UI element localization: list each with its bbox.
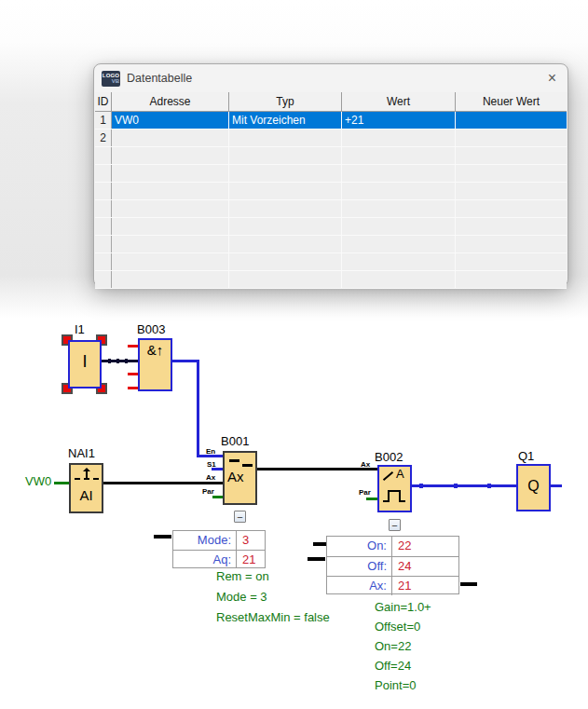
cell-id[interactable]: 2 — [95, 130, 112, 146]
stub-par-b001 — [212, 496, 223, 498]
cell[interactable] — [456, 218, 567, 235]
cell-id[interactable] — [95, 183, 112, 199]
block-i1[interactable]: I — [68, 340, 102, 389]
cell[interactable] — [342, 165, 456, 182]
cell[interactable] — [229, 165, 342, 182]
cell[interactable] — [456, 200, 567, 217]
cell-id[interactable] — [95, 236, 112, 252]
column-header-id[interactable]: ID — [95, 92, 112, 111]
param-connector — [313, 542, 327, 546]
cell[interactable] — [342, 200, 456, 217]
cell[interactable] — [229, 218, 342, 235]
pin-ax: Ax — [206, 473, 215, 482]
column-header-adresse[interactable]: Adresse — [112, 92, 229, 111]
cell[interactable] — [456, 165, 567, 182]
wire-tick — [487, 484, 491, 488]
param-connector — [308, 557, 325, 561]
block-label-i1: I1 — [75, 322, 85, 336]
cell[interactable] — [112, 200, 229, 217]
table-row-empty — [95, 165, 567, 183]
wire-b003-out-h — [172, 360, 198, 362]
cell[interactable] — [342, 183, 456, 199]
cell[interactable] — [342, 218, 456, 235]
cell-id[interactable] — [95, 253, 112, 270]
cell-adresse[interactable]: VW0 — [112, 112, 229, 129]
cell[interactable] — [112, 183, 229, 199]
column-header-wert[interactable]: Wert — [342, 92, 456, 111]
stub-red-1 — [128, 345, 138, 348]
b001-note: Rem = on — [216, 569, 269, 583]
block-b003[interactable]: &↑ — [138, 338, 172, 391]
cell-wert[interactable] — [342, 130, 456, 146]
block-b001[interactable]: Ax — [223, 451, 257, 505]
block-q1[interactable]: Q — [516, 464, 551, 511]
stub-red-2 — [128, 373, 138, 375]
table-row-2: 2 — [95, 130, 567, 147]
collapse-button-b002[interactable]: − — [389, 519, 401, 531]
block-label-q1: Q1 — [518, 449, 534, 463]
table-row-1: 1 VW0 Mit Vorzeichen +21 — [95, 112, 567, 130]
cell-wert[interactable]: +21 — [342, 112, 456, 129]
window-title: Datentabelle — [127, 72, 192, 85]
block-label-nai1: NAI1 — [68, 446, 95, 460]
cell-id[interactable] — [95, 147, 112, 164]
table-row-empty — [95, 253, 567, 271]
app-logo-icon: LOGO VB — [102, 71, 120, 87]
block-nai1[interactable]: AI — [69, 463, 103, 513]
table-row-empty — [95, 271, 567, 289]
b002-note: Gain=1.0+ — [375, 600, 431, 614]
param-value: 21 — [392, 577, 411, 595]
cell[interactable] — [342, 236, 456, 252]
column-header-neuer-wert[interactable]: Neuer Wert — [456, 92, 567, 111]
cell[interactable] — [112, 165, 229, 182]
b002-note: Offset=0 — [375, 620, 420, 634]
cell[interactable] — [112, 147, 229, 164]
b002-symbol: A — [396, 467, 404, 481]
collapse-button-b001[interactable]: − — [234, 511, 246, 523]
cell[interactable] — [229, 200, 342, 217]
cell-id[interactable] — [95, 165, 112, 182]
cell[interactable] — [112, 253, 229, 270]
cell[interactable] — [456, 271, 567, 288]
cell-id[interactable] — [95, 218, 112, 235]
pin-s1: S1 — [207, 460, 216, 469]
cell-neuer-wert[interactable] — [456, 130, 567, 146]
table-row-empty — [95, 236, 567, 253]
cell[interactable] — [456, 183, 567, 199]
cell-typ[interactable]: Mit Vorzeichen — [229, 112, 342, 129]
cell[interactable] — [112, 236, 229, 252]
wire-b002-q1 — [412, 484, 516, 487]
cell[interactable] — [456, 236, 567, 252]
cell-id[interactable]: 1 — [95, 112, 112, 129]
cell[interactable] — [229, 253, 342, 270]
block-b002[interactable]: A — [377, 465, 412, 512]
cell[interactable] — [229, 271, 342, 288]
cell[interactable] — [112, 218, 229, 235]
cell[interactable] — [456, 253, 567, 270]
cell-typ[interactable] — [229, 130, 342, 146]
cell[interactable] — [229, 236, 342, 252]
cell[interactable] — [342, 253, 456, 270]
cell-adresse[interactable] — [112, 130, 229, 146]
table-row-empty — [95, 183, 567, 200]
stub-par-b002 — [366, 498, 377, 500]
window-titlebar[interactable]: LOGO VB Datentabelle × — [94, 64, 567, 92]
param-box-b001[interactable]: Mode: 3 Aq: 21 — [172, 530, 266, 568]
cell-id[interactable] — [95, 271, 112, 288]
operand-vw0: VW0 — [25, 474, 51, 488]
column-header-typ[interactable]: Typ — [229, 92, 342, 111]
cell[interactable] — [342, 147, 456, 164]
cell[interactable] — [229, 147, 342, 164]
close-icon[interactable]: × — [548, 71, 556, 86]
cell-neuer-wert[interactable] — [456, 112, 567, 129]
cell[interactable] — [456, 147, 567, 164]
b001-note: ResetMaxMin = false — [216, 610, 330, 624]
cell[interactable] — [112, 271, 229, 288]
cell-id[interactable] — [95, 200, 112, 217]
cell[interactable] — [342, 271, 456, 288]
b002-note: Off=24 — [375, 659, 411, 673]
and-edge-symbol: &↑ — [140, 342, 171, 358]
block-label-b002: B002 — [375, 450, 403, 464]
cell[interactable] — [229, 183, 342, 199]
param-box-b002[interactable]: On: 22 Off: 24 Ax: 21 — [326, 536, 459, 594]
